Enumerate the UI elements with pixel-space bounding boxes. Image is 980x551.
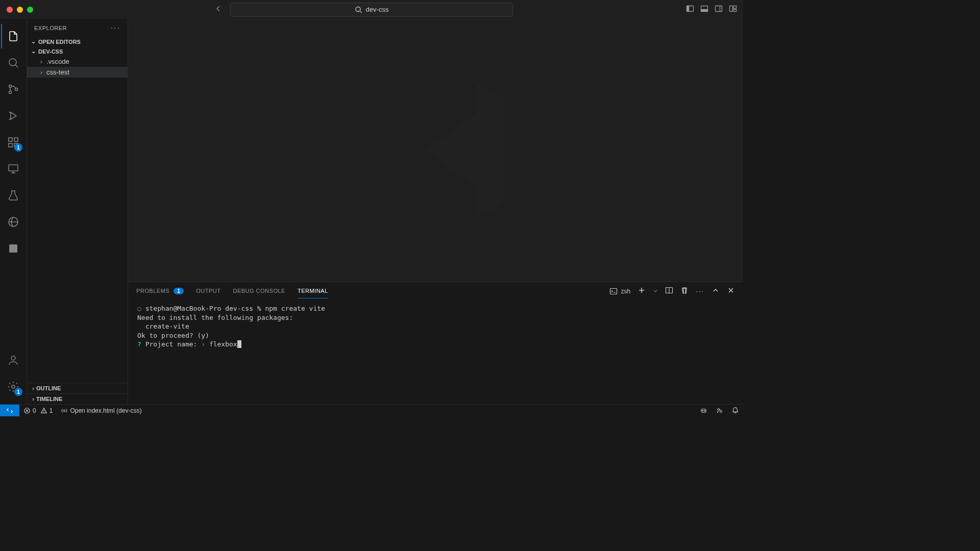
activity-bar: 1 1 [0,19,27,404]
terminal-shell-indicator[interactable]: zsh [609,287,630,295]
nav-back-button[interactable] [214,5,223,14]
svg-rect-8 [733,10,737,12]
svg-rect-14 [9,143,12,147]
window-controls [0,7,33,13]
debug-console-tab[interactable]: DEBUG CONSOLE [233,284,285,298]
svg-rect-26 [701,409,706,413]
command-center-search[interactable]: dev-css [230,3,513,17]
chevron-right-icon: › [30,396,36,402]
warning-count: 1 [50,407,53,414]
broadcast-icon [61,407,68,414]
svg-point-20 [11,356,15,360]
search-tab[interactable] [1,51,26,75]
extensions-badge: 1 [14,143,22,152]
remote-explorer-tab[interactable] [1,157,26,181]
timeline-section[interactable]: › TIMELINE [27,393,128,404]
status-notifications[interactable] [727,407,743,414]
status-open-file[interactable]: Open index.html (dev-css) [57,405,145,416]
folder-css-test[interactable]: › css-test [27,67,128,78]
svg-point-12 [15,88,18,91]
problems-count-badge: 1 [174,288,184,294]
toggle-panel-button[interactable] [700,5,708,14]
output-tab[interactable]: OUTPUT [196,284,220,298]
open-editors-label: OPEN EDITORS [38,39,81,45]
open-file-label: Open index.html (dev-css) [70,407,141,414]
close-panel-button[interactable] [727,286,735,296]
svg-point-0 [356,7,360,11]
search-icon [355,6,363,14]
shell-name: zsh [621,288,630,295]
toggle-primary-sidebar-button[interactable] [686,5,694,14]
accounts-button[interactable] [1,348,26,372]
maximize-panel-button[interactable] [712,286,720,296]
split-terminal-button[interactable] [665,286,673,296]
outline-section[interactable]: › OUTLINE [27,383,128,393]
terminal-icon [609,287,618,295]
open-editors-section[interactable]: ⌄ OPEN EDITORS [27,37,128,46]
minimize-window-button[interactable] [17,7,23,13]
customize-layout-button[interactable] [729,5,737,14]
svg-point-10 [9,85,12,88]
svg-point-25 [64,410,66,412]
new-terminal-button[interactable] [638,286,646,296]
error-icon [23,407,31,414]
chevron-right-icon: › [38,68,44,76]
explorer-tab[interactable] [1,24,26,48]
svg-point-21 [12,385,15,388]
custom-tab[interactable] [1,236,26,261]
svg-point-27 [702,410,703,411]
svg-rect-2 [687,6,689,12]
command-center-text: dev-css [366,6,389,13]
editor-area: PROBLEMS 1 OUTPUT DEBUG CONSOLE TERMINAL… [128,19,743,404]
warning-icon [40,407,47,414]
title-bar: dev-css [0,0,743,19]
source-control-tab[interactable] [1,77,26,102]
folder-name: css-test [46,68,69,76]
status-errors-warnings[interactable]: 0 1 [19,405,57,416]
remote-button[interactable] [0,405,19,416]
terminal-tab[interactable]: TERMINAL [298,284,328,298]
folder-name: .vscode [46,58,69,65]
problems-tab[interactable]: PROBLEMS 1 [136,284,184,299]
svg-rect-17 [9,165,18,171]
terminal-output[interactable]: ○ stephan@MacBook-Pro dev-css % npm crea… [128,300,743,404]
testing-tab[interactable] [1,183,26,208]
browser-tab[interactable] [1,210,26,234]
explorer-sidebar: EXPLORER ··· ⌄ OPEN EDITORS ⌄ DEV-CSS › … [27,19,128,404]
terminal-label: TERMINAL [298,288,328,294]
svg-point-9 [9,59,16,66]
kill-terminal-button[interactable] [680,286,689,296]
chevron-right-icon: › [30,385,36,391]
svg-point-11 [9,91,12,94]
debug-console-label: DEBUG CONSOLE [233,288,285,294]
extensions-tab[interactable]: 1 [1,130,26,155]
project-section[interactable]: ⌄ DEV-CSS [27,46,128,56]
error-count: 0 [33,407,36,414]
svg-point-30 [720,411,722,413]
terminal-dropdown-button[interactable] [653,287,658,295]
settings-button[interactable]: 1 [1,374,26,399]
chevron-right-icon: › [38,58,44,65]
status-live-share[interactable] [712,407,727,414]
terminal-cursor [237,340,241,348]
sidebar-more-actions[interactable]: ··· [111,23,120,33]
svg-rect-7 [733,6,737,9]
toggle-secondary-sidebar-button[interactable] [715,5,723,14]
project-label: DEV-CSS [38,48,63,55]
chevron-down-icon: ⌄ [30,48,36,55]
svg-rect-16 [14,138,18,141]
outline-label: OUTLINE [36,385,61,391]
bottom-panel: PROBLEMS 1 OUTPUT DEBUG CONSOLE TERMINAL… [128,282,743,404]
panel-more-actions[interactable]: ··· [696,287,704,295]
svg-rect-19 [9,244,17,253]
svg-rect-22 [610,288,617,294]
status-copilot[interactable] [696,407,712,414]
svg-rect-4 [701,10,708,12]
close-window-button[interactable] [7,7,13,13]
timeline-label: TIMELINE [36,396,62,402]
folder-vscode[interactable]: › .vscode [27,56,128,67]
maximize-window-button[interactable] [27,7,33,13]
problems-label: PROBLEMS [136,288,169,294]
run-debug-tab[interactable] [1,104,26,128]
svg-rect-6 [730,6,733,12]
